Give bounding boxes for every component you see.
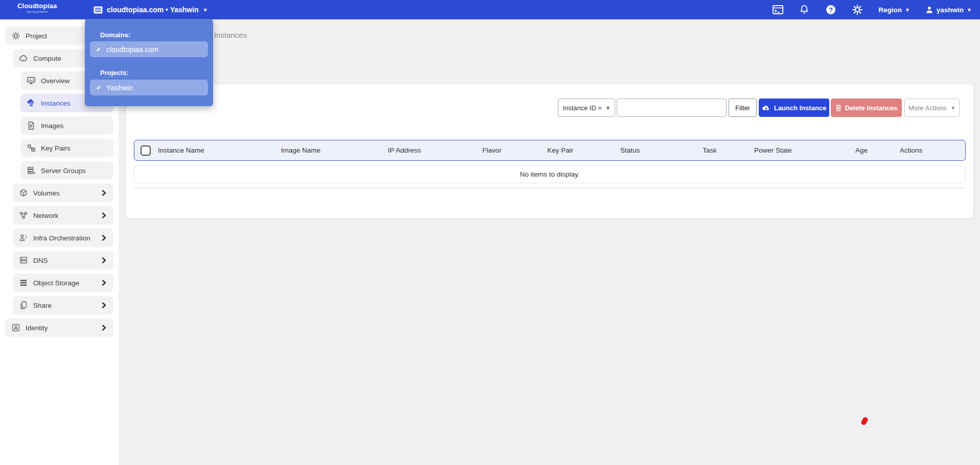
chevron-right-icon xyxy=(101,189,107,197)
column-header: Key Pair xyxy=(547,140,573,160)
sidebar-item-identity[interactable]: Identity xyxy=(5,319,113,337)
network-icon xyxy=(19,211,28,220)
chevron-right-icon xyxy=(101,212,107,219)
domains-label: Domains: xyxy=(100,31,130,39)
check-icon: ✔ xyxy=(96,84,101,91)
context-label: cloudtopiaa.com • Yashwin xyxy=(107,6,199,14)
launch-button-label: Launch Instance xyxy=(774,104,827,112)
bell-icon[interactable] xyxy=(799,4,810,15)
column-header: IP Address xyxy=(388,140,421,160)
chevron-down-icon: ▼ xyxy=(905,8,910,13)
sidebar-item-volumes[interactable]: Volumes xyxy=(13,184,113,202)
filter-button[interactable]: Filter xyxy=(729,99,757,117)
empty-table-row: No items to display. xyxy=(134,165,966,183)
user-icon xyxy=(925,6,934,14)
sidebar-item-object-storage[interactable]: Object Storage xyxy=(13,274,113,292)
cloud-server-icon xyxy=(27,99,36,108)
red-cursor-artifact xyxy=(860,417,869,426)
column-header: Actions xyxy=(900,140,922,160)
column-header: Task xyxy=(703,140,717,160)
table-header-row: Instance Name Image Name IP Address Flav… xyxy=(134,140,966,161)
project-option-yashwin[interactable]: ✔ Yashwin xyxy=(90,80,208,95)
trash-icon xyxy=(835,104,842,111)
stack-icon xyxy=(19,256,28,265)
cloud-icon xyxy=(19,54,28,63)
more-actions-button[interactable]: More Actions ▼ xyxy=(904,99,960,117)
check-icon: ✔ xyxy=(96,46,101,53)
chevron-down-icon: ▼ xyxy=(203,8,208,13)
logo-tagline: Your Cloud Partner xyxy=(26,10,48,13)
logo-title: Cloudtopiaa xyxy=(17,2,57,10)
delete-button-label: Delete Instances xyxy=(845,104,898,112)
domain-option-label: cloudtopiaa.com xyxy=(106,45,158,54)
help-icon[interactable]: ? xyxy=(825,4,836,15)
page-title: Instances xyxy=(214,31,247,39)
projects-label: Projects: xyxy=(100,69,129,77)
chevron-right-icon xyxy=(101,302,107,309)
sidebar-item-label: Images xyxy=(41,122,63,130)
app-logo: Cloudtopiaa Your Cloud Partner xyxy=(17,2,57,13)
file-icon xyxy=(27,121,36,130)
copy-icon xyxy=(19,301,28,310)
monitor-icon xyxy=(27,76,36,85)
filter-button-label: Filter xyxy=(735,104,750,112)
sidebar-item-label: Volumes xyxy=(33,189,60,197)
chevron-right-icon xyxy=(101,279,107,286)
column-header: Status xyxy=(620,140,640,160)
sidebar-item-label: Server Groups xyxy=(41,167,86,175)
instances-panel: Instance ID = ▼ Filter Launch Instance D… xyxy=(126,84,973,218)
sidebar-item-label: Instances xyxy=(41,100,71,107)
more-actions-label: More Actions xyxy=(908,104,947,112)
sidebar-item-infra-orchestration[interactable]: Infra Orchestration xyxy=(13,229,113,247)
servers-icon xyxy=(27,166,36,175)
domain-project-switcher[interactable]: cloudtopiaa.com • Yashwin ▼ xyxy=(94,0,208,19)
sidebar-item-share[interactable]: Share xyxy=(13,296,113,314)
sidebar-item-images[interactable]: Images xyxy=(20,116,113,135)
top-navbar: Cloudtopiaa Your Cloud Partner cloudtopi… xyxy=(0,0,980,19)
chevron-down-icon: ▼ xyxy=(605,106,611,111)
terminal-icon[interactable] xyxy=(772,4,783,15)
sidebar-item-label: Key Pairs xyxy=(41,144,71,152)
launch-instance-button[interactable]: Launch Instance xyxy=(759,99,829,117)
region-dropdown[interactable]: Region ▼ xyxy=(878,6,910,14)
sidebar-item-key-pairs[interactable]: Key Pairs xyxy=(20,139,113,157)
svg-text:?: ? xyxy=(829,6,833,14)
project-option-label: Yashwin xyxy=(106,84,133,92)
chevron-right-icon xyxy=(101,234,107,241)
column-header: Image Name xyxy=(281,140,320,160)
sidebar-item-label: Share xyxy=(33,302,52,309)
select-all-checkbox[interactable] xyxy=(141,145,151,156)
column-header: Instance Name xyxy=(158,140,204,160)
cube-icon xyxy=(19,188,28,198)
sidebar-item-label: DNS xyxy=(33,257,48,264)
sidebar-item-label: Overview xyxy=(41,77,69,85)
filter-search-input[interactable] xyxy=(617,99,727,117)
sidebar-item-network[interactable]: Network xyxy=(13,206,113,225)
user-label: yashwin xyxy=(937,6,964,14)
sidebar-item-label: Network xyxy=(33,212,59,219)
gear-icon xyxy=(11,31,20,40)
key-icon xyxy=(27,143,36,153)
user-menu[interactable]: yashwin ▼ xyxy=(925,6,972,14)
chevron-right-icon xyxy=(101,257,107,264)
cloud-upload-icon xyxy=(762,104,771,111)
list-icon xyxy=(19,278,28,287)
gear-icon[interactable] xyxy=(852,4,863,15)
domain-option-cloudtopiaa[interactable]: ✔ cloudtopiaa.com xyxy=(90,41,208,57)
sidebar-item-label: Object Storage xyxy=(33,279,79,287)
sidebar-item-label: Identity xyxy=(26,324,48,332)
chevron-down-icon: ▼ xyxy=(967,8,972,13)
sidebar-item-dns[interactable]: DNS xyxy=(13,251,113,270)
column-header: Power State xyxy=(754,140,792,160)
id-card-icon xyxy=(11,323,20,332)
filter-field-select[interactable]: Instance ID = ▼ xyxy=(558,99,615,117)
sidebar-item-server-groups[interactable]: Server Groups xyxy=(20,161,113,180)
chevron-down-icon: ▼ xyxy=(950,106,955,111)
delete-instances-button[interactable]: Delete Instances xyxy=(831,99,902,117)
column-header: Flavor xyxy=(482,140,502,160)
sidebar-item-label: Infra Orchestration xyxy=(33,234,90,242)
column-header: Age xyxy=(855,140,868,160)
domain-project-dropdown: Domains: ✔ cloudtopiaa.com Projects: ✔ Y… xyxy=(85,19,213,106)
empty-message: No items to display. xyxy=(520,170,580,178)
chevron-right-icon xyxy=(101,324,107,331)
